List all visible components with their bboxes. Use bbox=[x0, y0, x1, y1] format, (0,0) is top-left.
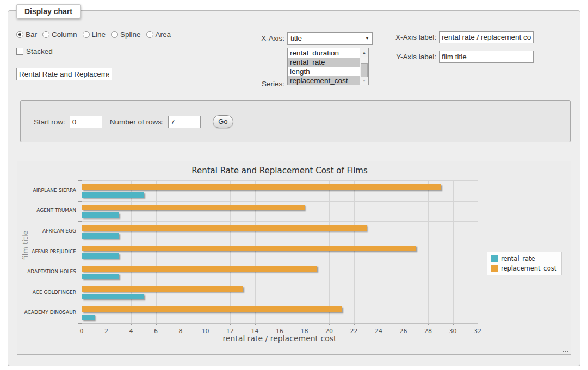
x-axis-label-input[interactable] bbox=[439, 31, 534, 43]
x-tick-label: 28 bbox=[424, 328, 432, 335]
bar-replacement_cost-african-egg bbox=[82, 225, 367, 231]
x-tick-label: 16 bbox=[276, 328, 283, 335]
chart-type-column[interactable]: Column bbox=[42, 30, 77, 39]
gridline bbox=[82, 180, 82, 323]
x-tick-label: 14 bbox=[251, 328, 259, 335]
gridline bbox=[82, 303, 478, 303]
legend-label: replacement_cost bbox=[501, 265, 556, 272]
chart-type-line[interactable]: Line bbox=[83, 30, 106, 39]
radio-icon[interactable] bbox=[146, 31, 153, 38]
radio-icon[interactable] bbox=[111, 31, 118, 38]
gridline bbox=[82, 283, 478, 283]
x-axis-line bbox=[82, 323, 478, 324]
gridline bbox=[478, 180, 478, 323]
chart-type-label: Area bbox=[156, 30, 171, 39]
chart-type-area[interactable]: Area bbox=[146, 30, 171, 39]
bar-rental_rate-agent-truman bbox=[82, 212, 119, 218]
bar-rental_rate-academy-dinosaur bbox=[82, 315, 95, 320]
category-label: AIRPLANE SIERRA bbox=[17, 187, 76, 193]
gridline bbox=[156, 180, 157, 323]
chart-type-label: Bar bbox=[26, 30, 37, 39]
radio-icon[interactable] bbox=[83, 31, 90, 38]
chart-panel: Rental Rate and Replacement Cost of Film… bbox=[17, 161, 571, 355]
gridline bbox=[404, 180, 404, 323]
bar-rental_rate-airplane-sierra bbox=[82, 192, 144, 198]
category-label: AFRICAN EGG bbox=[17, 228, 76, 234]
series-listbox[interactable]: rental_durationrental_ratelengthreplacem… bbox=[287, 48, 369, 85]
series-option-rental_duration[interactable]: rental_duration bbox=[288, 48, 360, 58]
x-axis-select-label: X-Axis: bbox=[247, 34, 284, 42]
gridline bbox=[107, 180, 107, 323]
x-axis-select-value: title bbox=[290, 34, 302, 42]
gridline bbox=[428, 180, 429, 323]
scroll-down-icon[interactable]: ▼ bbox=[360, 77, 368, 85]
gridline bbox=[255, 180, 256, 323]
chart-type-bar[interactable]: Bar bbox=[16, 30, 37, 39]
radio-icon[interactable] bbox=[16, 31, 23, 38]
gridline bbox=[82, 180, 478, 181]
resize-handle[interactable] bbox=[562, 346, 568, 352]
category-label: ACADEMY DINOSAUR bbox=[17, 310, 76, 315]
bar-rental_rate-adaptation-holes bbox=[82, 274, 119, 279]
chart-type-spline[interactable]: Spline bbox=[111, 30, 141, 39]
x-tick-label: 24 bbox=[375, 328, 382, 335]
y-axis-label-input[interactable] bbox=[439, 51, 534, 63]
y-tick-mark bbox=[78, 242, 82, 242]
num-rows-input[interactable] bbox=[168, 116, 201, 128]
page: Display chart BarColumnLineSplineArea St… bbox=[0, 0, 588, 370]
chart-type-label: Line bbox=[92, 30, 106, 39]
go-button[interactable]: Go bbox=[213, 115, 233, 128]
x-tick-label: 26 bbox=[400, 328, 407, 335]
category-label: AFFAIR PREJUDICE bbox=[17, 249, 76, 254]
y-tick-mark bbox=[78, 180, 82, 181]
bar-replacement_cost-airplane-sierra bbox=[82, 184, 441, 190]
chart-type-radios: BarColumnLineSplineArea bbox=[16, 30, 171, 39]
bar-replacement_cost-adaptation-holes bbox=[82, 266, 317, 272]
gridline bbox=[206, 180, 206, 323]
y-tick-mark bbox=[78, 262, 82, 262]
gridline bbox=[329, 180, 330, 323]
chart-title: Rental Rate and Replacement Cost of Film… bbox=[82, 166, 478, 175]
bar-replacement_cost-affair-prejudice bbox=[82, 246, 416, 252]
x-axis-select[interactable]: title ▼ bbox=[287, 32, 373, 45]
legend-swatch-icon bbox=[491, 265, 498, 272]
chart-title-input[interactable] bbox=[16, 68, 112, 80]
gridline bbox=[280, 180, 280, 323]
num-rows-label: Number of rows: bbox=[110, 118, 164, 126]
category-label: ADAPTATION HOLES bbox=[17, 269, 76, 274]
x-tick-label: 2 bbox=[104, 328, 108, 335]
y-tick-mark bbox=[78, 221, 82, 222]
display-chart-fieldset: Display chart BarColumnLineSplineArea St… bbox=[8, 10, 580, 366]
series-options: rental_durationrental_ratelengthreplacem… bbox=[288, 48, 360, 85]
chart-legend: rental_ratereplacement_cost bbox=[487, 252, 562, 275]
series-option-length[interactable]: length bbox=[288, 67, 360, 76]
stacked-row: Stacked bbox=[16, 47, 53, 55]
gridline bbox=[453, 180, 454, 323]
gridline bbox=[379, 180, 379, 323]
stacked-label: Stacked bbox=[26, 47, 53, 55]
y-tick-mark bbox=[78, 323, 82, 324]
radio-icon[interactable] bbox=[42, 31, 49, 38]
legend-item-replacement_cost[interactable]: replacement_cost bbox=[491, 265, 556, 272]
bar-replacement_cost-agent-truman bbox=[82, 205, 305, 211]
chart-type-label: Spline bbox=[120, 30, 141, 39]
x-tick-label: 22 bbox=[350, 328, 358, 335]
x-tick-label: 32 bbox=[474, 328, 481, 335]
x-tick-label: 18 bbox=[301, 328, 308, 335]
legend-item-rental_rate[interactable]: rental_rate bbox=[491, 255, 556, 262]
series-option-rental_rate[interactable]: rental_rate bbox=[288, 58, 360, 67]
x-tick-label: 30 bbox=[449, 328, 457, 335]
chart-type-label: Column bbox=[52, 30, 77, 39]
stacked-checkbox[interactable] bbox=[16, 48, 23, 55]
gridline bbox=[305, 180, 305, 323]
bar-rental_rate-ace-goldfinger bbox=[82, 294, 144, 299]
start-row-input[interactable] bbox=[70, 116, 102, 128]
scrollbar-thumb[interactable] bbox=[361, 63, 368, 77]
x-tick-label: 12 bbox=[226, 328, 234, 335]
y-tick-mark bbox=[78, 283, 82, 283]
series-label: Series: bbox=[247, 80, 284, 88]
gridline bbox=[181, 180, 181, 323]
series-option-replacement_cost[interactable]: replacement_cost bbox=[288, 76, 360, 85]
x-tick-label: 8 bbox=[179, 328, 183, 335]
y-axis-label-label: Y-Axis label: bbox=[367, 53, 436, 61]
